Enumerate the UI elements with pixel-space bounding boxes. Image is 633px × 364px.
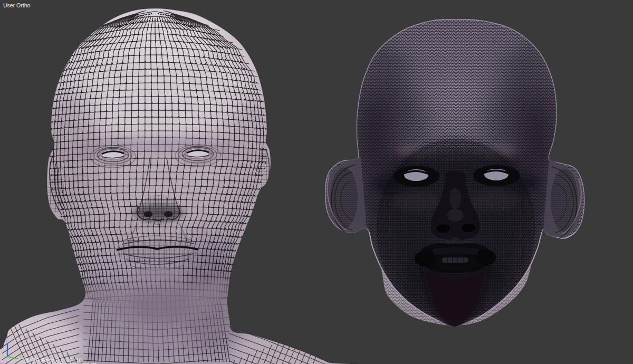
- svg-text:z: z: [5, 338, 8, 343]
- svg-text:y: y: [19, 353, 22, 358]
- svg-text:User Ortho: User Ortho: [3, 2, 31, 8]
- svg-text:(1) 40_Face 0.1_16_16: (1) 40_Face 0.1_16_16: [24, 357, 82, 363]
